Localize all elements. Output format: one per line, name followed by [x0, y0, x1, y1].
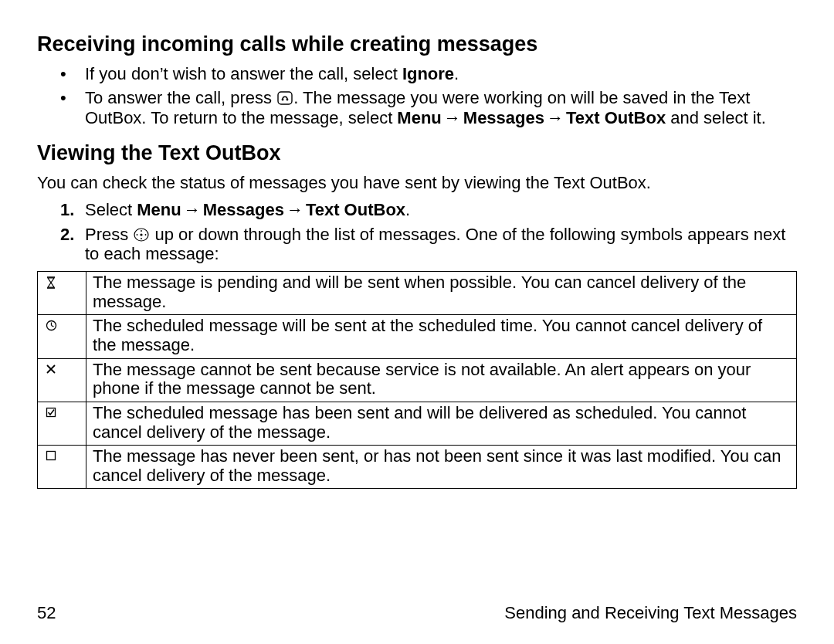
section-heading: Receiving incoming calls while creating …: [37, 32, 797, 56]
numbered-list: Select Menu→Messages→Text OutBox. Press …: [37, 200, 797, 263]
svg-point-1: [282, 99, 284, 101]
svg-point-4: [141, 233, 143, 236]
symbol-cell: [38, 272, 86, 315]
menu-path: Menu→Messages→Text OutBox: [137, 200, 405, 219]
svg-rect-17: [47, 452, 56, 460]
svg-rect-16: [47, 408, 56, 416]
table-row: The scheduled message has been sent and …: [38, 402, 797, 445]
svg-point-5: [141, 230, 142, 232]
svg-point-2: [286, 99, 289, 101]
text: Press: [85, 225, 133, 244]
text: and select it.: [666, 108, 766, 127]
symbol-cell: [38, 315, 86, 358]
text: .: [454, 64, 459, 83]
paragraph: You can check the status of messages you…: [37, 173, 797, 192]
symbol-description: The message is pending and will be sent …: [86, 272, 797, 315]
page-number: 52: [37, 603, 56, 622]
symbol-description: The scheduled message has been sent and …: [86, 402, 797, 445]
svg-rect-0: [278, 92, 292, 104]
bullet-list: If you don’t wish to answer the call, se…: [37, 64, 797, 127]
text: .: [405, 200, 410, 219]
svg-point-8: [145, 234, 147, 236]
list-item: Press up or down through the list of mes…: [60, 225, 797, 264]
table-row: The scheduled message will be sent at th…: [38, 315, 797, 358]
symbol-cell: [38, 446, 86, 489]
x-icon: [46, 364, 56, 375]
nav-key-icon: [133, 227, 150, 242]
checked-box-icon: [46, 407, 56, 418]
svg-point-6: [141, 238, 142, 239]
symbol-table: The message is pending and will be sent …: [37, 271, 797, 489]
list-item: If you don’t wish to answer the call, se…: [60, 64, 797, 83]
table-row: The message has never been sent, or has …: [38, 446, 797, 489]
table-row: The message cannot be sent because servi…: [38, 358, 797, 402]
text: To answer the call, press: [85, 88, 276, 107]
send-key-icon: [276, 90, 293, 106]
list-item: To answer the call, press . The message …: [60, 88, 797, 127]
section-heading: Viewing the Text OutBox: [37, 141, 797, 165]
text: If you don’t wish to answer the call, se…: [85, 64, 402, 83]
ui-label: Ignore: [402, 64, 454, 83]
text: up or down through the list of messages.…: [85, 225, 785, 263]
table-row: The message is pending and will be sent …: [38, 272, 797, 315]
hourglass-icon: [46, 276, 56, 289]
svg-point-7: [137, 234, 138, 236]
list-item: Select Menu→Messages→Text OutBox.: [60, 200, 797, 219]
page-footer: 52 Sending and Receiving Text Messages: [37, 603, 797, 622]
symbol-description: The message cannot be sent because servi…: [86, 358, 797, 402]
symbol-cell: [38, 402, 86, 445]
empty-box-icon: [46, 450, 56, 461]
menu-path: Menu→Messages→Text OutBox: [397, 108, 666, 127]
symbol-description: The scheduled message will be sent at th…: [86, 315, 797, 358]
symbol-cell: [38, 358, 86, 402]
symbol-description: The message has never been sent, or has …: [86, 446, 797, 489]
svg-line-13: [52, 326, 54, 327]
text: Select: [85, 200, 137, 219]
chapter-title: Sending and Receiving Text Messages: [504, 603, 797, 622]
clock-icon: [46, 320, 57, 331]
